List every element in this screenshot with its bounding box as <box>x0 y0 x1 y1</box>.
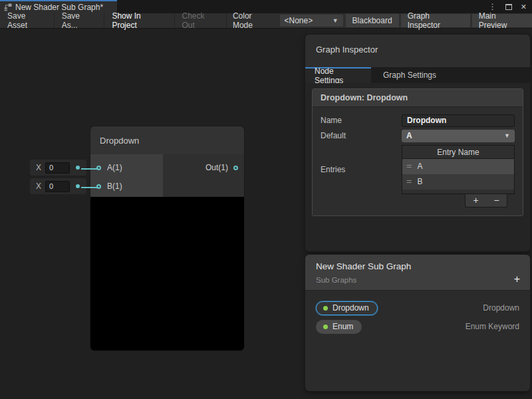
node-settings-content: Dropdown: Dropdown Name Default A <box>305 83 530 251</box>
inline-field-a: X <box>30 160 86 176</box>
shader-graph-window: New Shader Sub Graph* ⋮ ✕ Save Asset Sav… <box>0 0 532 399</box>
node-input-column: A(1) B(1) <box>90 154 163 197</box>
blackboard-row-enum: Enum Enum Keyword <box>316 317 519 336</box>
edge-b[interactable] <box>81 187 98 188</box>
entries-row: Entries Entry Name = A = B <box>321 145 515 194</box>
settings-box-body: Name Default A ▼ <box>313 107 523 215</box>
dropdown-node[interactable]: Dropdown A(1) B(1) Out(1) <box>90 126 244 350</box>
name-row: Name <box>321 114 515 127</box>
add-entry-button[interactable]: + <box>473 196 478 205</box>
property-type: Dropdown <box>483 303 519 313</box>
color-mode-value: <None> <box>285 16 313 25</box>
chevron-down-icon: ▼ <box>504 132 510 139</box>
blackboard-row-dropdown: Dropdown Dropdown <box>316 299 519 317</box>
entries-footer-buttons: + − <box>465 194 507 207</box>
drag-handle-icon[interactable]: = <box>406 178 412 186</box>
chevron-down-icon: ▼ <box>332 17 338 24</box>
blackboard-toggle-button[interactable]: Blackboard <box>346 14 399 27</box>
property-pill-dropdown[interactable]: Dropdown <box>316 301 378 315</box>
default-row: Default A ▼ <box>321 130 515 142</box>
node-body: A(1) B(1) Out(1) <box>90 154 244 197</box>
show-in-project-button[interactable]: Show In Project <box>104 13 174 28</box>
node-preview <box>90 197 244 350</box>
node-title[interactable]: Dropdown <box>90 126 244 154</box>
maximize-icon[interactable] <box>505 4 512 10</box>
entry-row-b[interactable]: = B <box>402 174 514 190</box>
property-type: Enum Keyword <box>466 322 519 331</box>
remove-entry-button[interactable]: − <box>493 196 499 205</box>
output-port-out: Out(1) <box>163 158 244 177</box>
blackboard-header: New Shader Sub Graph Sub Graphs + <box>305 255 530 291</box>
tab-title: New Shader Sub Graph* <box>15 3 103 12</box>
port-out-icon[interactable] <box>233 166 238 170</box>
default-value: A <box>406 131 412 140</box>
name-label: Name <box>321 116 402 125</box>
close-icon[interactable]: ✕ <box>521 3 527 11</box>
dropdown-settings-box: Dropdown: Dropdown Name Default A <box>312 88 523 216</box>
tab-graph-settings[interactable]: Graph Settings <box>371 67 448 83</box>
entry-table-header: Entry Name <box>402 146 514 159</box>
default-dropdown[interactable]: A ▼ <box>402 130 515 142</box>
drag-handle-icon[interactable]: = <box>406 162 412 170</box>
node-output-column: Out(1) <box>163 154 244 197</box>
subgraph-asset-icon <box>4 3 12 11</box>
settings-box-header: Dropdown: Dropdown <box>313 89 523 107</box>
save-asset-button[interactable]: Save Asset <box>0 13 55 28</box>
entry-row-a[interactable]: = A <box>402 159 514 174</box>
tab-node-settings[interactable]: Node Settings <box>305 67 371 83</box>
save-as-button[interactable]: Save As... <box>55 13 105 28</box>
graph-inspector-panel: Graph Inspector Node Settings Graph Sett… <box>305 35 530 251</box>
field-b-connector-icon[interactable] <box>76 184 80 188</box>
property-name: Enum <box>332 322 353 331</box>
main-preview-toggle-button[interactable]: Main Preview <box>472 14 532 27</box>
inline-field-b: X <box>30 178 86 194</box>
default-label: Default <box>321 131 402 140</box>
edge-a[interactable] <box>81 168 98 170</box>
entry-name: A <box>417 162 422 171</box>
check-out-button: Check Out <box>175 13 227 28</box>
x-component-label: X <box>36 182 41 191</box>
entries-table: Entry Name = A = B <box>402 145 515 194</box>
inspector-title: Graph Inspector <box>305 35 530 67</box>
property-name: Dropdown <box>332 303 369 313</box>
graph-inspector-toggle-button[interactable]: Graph Inspector <box>401 14 470 27</box>
input-port-b: B(1) <box>90 177 163 196</box>
property-pill-enum[interactable]: Enum <box>316 320 362 334</box>
add-property-button[interactable]: + <box>514 274 520 285</box>
input-port-a: A(1) <box>90 158 163 177</box>
inspector-tabs: Node Settings Graph Settings <box>305 67 530 83</box>
value-a-input[interactable] <box>45 162 70 174</box>
blackboard-panel: New Shader Sub Graph Sub Graphs + Dropdo… <box>305 255 530 391</box>
toolbar: Save Asset Save As... Show In Project Ch… <box>0 13 532 29</box>
blackboard-title: New Shader Sub Graph <box>316 261 519 271</box>
entries-label: Entries <box>321 165 402 174</box>
value-b-input[interactable] <box>45 181 70 192</box>
x-component-label: X <box>36 163 41 172</box>
blackboard-subtitle: Sub Graphs <box>316 276 519 284</box>
kebab-menu-icon[interactable]: ⋮ <box>489 3 497 11</box>
port-b-label: B(1) <box>107 182 122 191</box>
entry-name: B <box>417 177 422 186</box>
port-a-label: A(1) <box>107 163 122 172</box>
exposed-dot-icon <box>323 325 328 329</box>
exposed-dot-icon <box>323 306 328 311</box>
name-input[interactable] <box>402 114 515 127</box>
port-out-label: Out(1) <box>205 163 228 172</box>
color-mode-label: Color Mode <box>227 13 279 28</box>
blackboard-body: Dropdown Dropdown Enum Enum Keyword <box>305 291 530 344</box>
entries-footer: + − <box>321 194 515 207</box>
field-a-connector-icon[interactable] <box>76 166 80 170</box>
color-mode-dropdown[interactable]: <None> ▼ <box>280 15 343 27</box>
